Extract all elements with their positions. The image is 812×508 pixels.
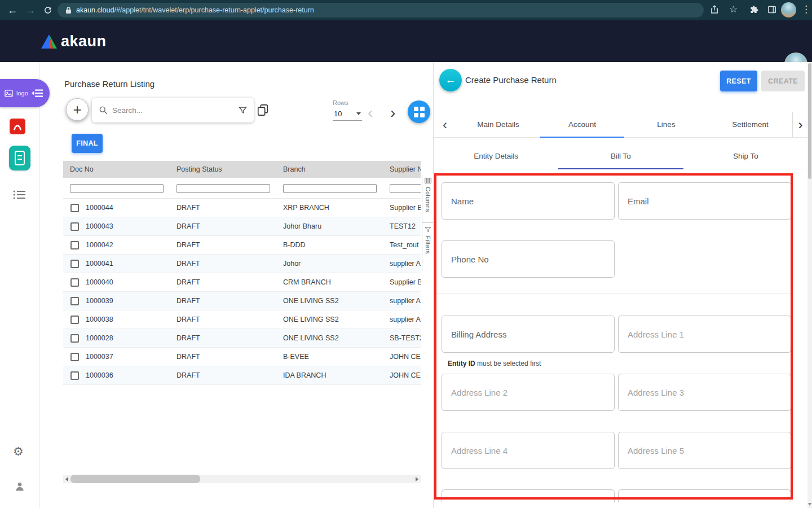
sidebar-item-pdf-applet[interactable] xyxy=(10,119,25,134)
rows-per-page[interactable]: Rows 10 xyxy=(333,99,364,121)
address-bar[interactable]: akaun.cloud/#/applet/tnt/wavelet/erp/pur… xyxy=(58,3,704,17)
search-icon xyxy=(99,106,108,115)
name-field[interactable]: Name xyxy=(442,182,615,220)
address-line-1-field[interactable]: Address Line 1 xyxy=(618,316,791,353)
create-button[interactable]: CREATE xyxy=(761,71,805,91)
row-checkbox[interactable] xyxy=(70,222,79,231)
row-checkbox[interactable] xyxy=(70,353,79,361)
address-line-5-field[interactable]: Address Line 5 xyxy=(618,432,791,469)
akaun-triangle-icon xyxy=(41,34,58,49)
table-row[interactable]: 1000043 DRAFT Johor Bharu TEST12 xyxy=(63,217,421,236)
cell-doc-no: 1000040 xyxy=(86,278,113,286)
search-input[interactable] xyxy=(112,106,234,115)
section-divider xyxy=(435,294,792,294)
table-row[interactable]: 1000039 DRAFT ONE LIVING SS2 supplier AA xyxy=(63,292,421,310)
table-row[interactable]: 1000037 DRAFT B-EVEE JOHN CENA xyxy=(63,348,421,366)
browser-profile-avatar[interactable] xyxy=(781,2,796,17)
row-checkbox[interactable] xyxy=(70,204,79,212)
phone-field[interactable]: Phone No xyxy=(442,240,615,278)
cell-supplier: supplier AA xyxy=(383,260,421,268)
next-page-button[interactable]: › xyxy=(390,105,395,121)
browser-menu-icon[interactable]: ⋮ xyxy=(801,3,810,15)
horizontal-scrollbar-thumb[interactable] xyxy=(70,475,200,483)
tabs-scroll-left-button[interactable]: ‹ xyxy=(434,112,456,137)
share-icon[interactable] xyxy=(709,5,720,17)
table-row[interactable]: 1000040 DRAFT CRM BRANCH Supplier B xyxy=(63,273,421,292)
billing-address-field[interactable]: Billing Address xyxy=(442,316,615,353)
table-row[interactable]: 1000042 DRAFT B-DDD Test_rout xyxy=(63,236,421,255)
rows-per-page-select[interactable]: 10 xyxy=(333,110,362,121)
table-row[interactable]: 1000036 DRAFT IDA BRANCH JOHN CENA xyxy=(63,366,421,385)
sidebar-item-listing[interactable] xyxy=(13,190,25,202)
address-line-2-field[interactable]: Address Line 2 xyxy=(442,374,615,411)
address-line-3-placeholder: Address Line 3 xyxy=(628,388,684,397)
scroll-down-arrow[interactable] xyxy=(808,503,811,506)
tab-account[interactable]: Account xyxy=(540,112,624,137)
table-row[interactable]: 1000044 DRAFT XRP BRANCH Supplier B xyxy=(63,199,421,217)
panel-title: Create Purchase Return xyxy=(465,75,557,85)
tabs-scroll-right-button[interactable]: › xyxy=(792,112,808,137)
filter-input-branch[interactable] xyxy=(283,184,377,193)
row-checkbox[interactable] xyxy=(70,297,79,305)
subtab-ship-to[interactable]: Ship To xyxy=(683,143,808,169)
settings-gear-icon[interactable]: ⚙ xyxy=(13,445,24,458)
browser-forward-icon[interactable]: → xyxy=(24,3,37,17)
arrow-left-icon: ← xyxy=(445,74,456,86)
row-checkbox[interactable] xyxy=(70,278,79,287)
extensions-icon[interactable] xyxy=(749,5,759,17)
scroll-left-arrow[interactable] xyxy=(65,477,68,481)
address-line-3-field[interactable]: Address Line 3 xyxy=(618,374,791,411)
filters-toggle-button[interactable]: Filters xyxy=(422,222,433,271)
add-purchase-return-button[interactable]: + xyxy=(66,98,89,121)
row-checkbox[interactable] xyxy=(70,371,79,380)
chevron-right-icon: › xyxy=(798,117,803,133)
cell-doc-no: 1000041 xyxy=(86,260,113,268)
final-filter-button[interactable]: FINAL xyxy=(72,134,103,153)
phone-placeholder: Phone No xyxy=(451,255,489,264)
sidebar-item-ledger-applet[interactable] xyxy=(9,146,30,170)
filter-icon[interactable] xyxy=(239,106,247,115)
filter-input-doc-no[interactable] xyxy=(70,184,164,193)
partial-field-right[interactable] xyxy=(618,489,791,502)
column-header-branch: Branch xyxy=(276,165,383,173)
email-field[interactable]: Email xyxy=(618,182,791,220)
vertical-scrollbar-thumb[interactable] xyxy=(808,63,811,179)
browser-toolbar: ← → akaun.cloud/#/applet/tnt/wavelet/erp… xyxy=(0,0,812,20)
cell-doc-no: 1000037 xyxy=(86,353,113,361)
cell-posting-status: DRAFT xyxy=(170,316,276,323)
previous-page-button[interactable]: ‹ xyxy=(368,105,373,121)
reset-button[interactable]: RESET xyxy=(720,71,757,91)
tab-lines[interactable]: Lines xyxy=(624,112,708,137)
tab-label: Main Details xyxy=(477,120,519,129)
tab-main-details[interactable]: Main Details xyxy=(456,112,540,137)
back-button[interactable]: ← xyxy=(439,69,462,91)
columns-toggle-button[interactable]: Columns xyxy=(422,174,433,222)
partial-field-left[interactable] xyxy=(442,489,615,502)
bookmark-star-icon[interactable]: ☆ xyxy=(729,3,738,15)
profile-person-icon[interactable] xyxy=(14,481,25,494)
row-checkbox[interactable] xyxy=(70,316,79,324)
duplicate-button[interactable] xyxy=(257,104,270,117)
row-checkbox[interactable] xyxy=(70,334,79,343)
subtab-entity-details[interactable]: Entity Details xyxy=(434,143,558,169)
side-panel-icon[interactable] xyxy=(767,5,777,17)
filter-input-posting-status[interactable] xyxy=(176,184,270,193)
table-row[interactable]: 1000038 DRAFT ONE LIVING SS2 supplier AA xyxy=(63,310,421,329)
applet-grid-button[interactable] xyxy=(408,100,430,123)
table-row[interactable]: 1000028 DRAFT ONE LIVING SS2 SB-TEST2 xyxy=(63,329,421,348)
tab-settlement[interactable]: Settlement xyxy=(708,112,792,137)
row-checkbox[interactable] xyxy=(70,241,79,249)
browser-back-icon[interactable]: ← xyxy=(6,3,19,17)
scroll-right-arrow[interactable] xyxy=(416,477,418,481)
cell-supplier: Supplier B xyxy=(383,204,421,212)
browser-reload-icon[interactable] xyxy=(41,3,54,17)
subtab-bill-to[interactable]: Bill To xyxy=(558,143,683,169)
sidebar-logo-pill[interactable]: logo xyxy=(0,79,50,107)
broken-image-icon xyxy=(5,90,13,97)
table-row[interactable]: 1000041 DRAFT Johor supplier AA xyxy=(63,255,421,273)
row-checkbox[interactable] xyxy=(70,260,79,268)
filter-input-supplier[interactable] xyxy=(390,184,421,193)
rows-per-page-value: 10 xyxy=(334,110,342,118)
billing-address-label: Billing Address xyxy=(451,330,506,339)
address-line-4-field[interactable]: Address Line 4 xyxy=(442,432,615,469)
